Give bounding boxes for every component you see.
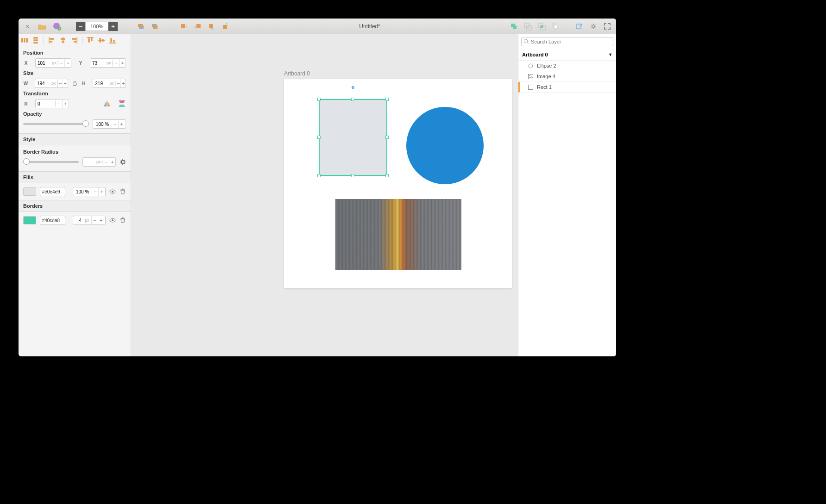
- rotation-handle[interactable]: [352, 86, 354, 89]
- layer-row-ellipse[interactable]: Ellipse 2: [518, 61, 616, 71]
- layer-row-image[interactable]: Image 4: [518, 71, 616, 82]
- fill-opacity-input[interactable]: [73, 189, 92, 194]
- bool-difference-button[interactable]: [550, 21, 561, 31]
- align-left-icon[interactable]: [49, 37, 55, 44]
- resize-handle-bm[interactable]: [351, 174, 354, 177]
- resize-handle-mr[interactable]: [385, 136, 389, 139]
- fill-swatch[interactable]: [23, 187, 36, 196]
- new-shape-button[interactable]: +: [52, 21, 62, 31]
- layer-search-input[interactable]: [531, 39, 611, 44]
- opacity-increment[interactable]: +: [118, 120, 125, 128]
- opacity-slider[interactable]: [23, 123, 89, 125]
- resize-handle-tm[interactable]: [351, 98, 354, 101]
- artboard[interactable]: [284, 79, 512, 288]
- arrange-icon-1[interactable]: [179, 21, 189, 31]
- resize-handle-br[interactable]: [385, 174, 389, 177]
- shape-rect-1[interactable]: [319, 99, 387, 176]
- w-increment[interactable]: +: [63, 79, 68, 87]
- radius-increment[interactable]: +: [109, 158, 115, 166]
- align-top-icon[interactable]: [87, 37, 94, 44]
- fill-hex[interactable]: #e0e4e9: [40, 187, 65, 196]
- opacity-decrement[interactable]: −: [112, 120, 118, 128]
- h-input-group[interactable]: px − +: [93, 79, 126, 88]
- opacity-input[interactable]: [93, 122, 112, 127]
- x-decrement[interactable]: −: [58, 59, 64, 67]
- flip-vertical-icon[interactable]: [118, 100, 126, 108]
- h-increment[interactable]: +: [120, 79, 126, 87]
- radius-settings-icon[interactable]: [120, 159, 126, 165]
- w-input-group[interactable]: px − +: [35, 79, 68, 88]
- bring-forward-button[interactable]: [150, 21, 160, 31]
- y-increment[interactable]: +: [119, 59, 126, 67]
- opacity-slider-knob[interactable]: [82, 120, 89, 127]
- open-folder-button[interactable]: [37, 21, 47, 31]
- artboard-label[interactable]: Artboard 0: [284, 70, 310, 77]
- layer-search[interactable]: [521, 37, 613, 46]
- fill-opacity-group[interactable]: − +: [73, 187, 106, 196]
- align-right-icon[interactable]: [71, 37, 77, 44]
- radius-slider[interactable]: [23, 161, 79, 163]
- fill-opacity-decrement[interactable]: −: [92, 187, 98, 196]
- resize-handle-ml[interactable]: [317, 136, 321, 139]
- zoom-in-button[interactable]: +: [108, 22, 118, 31]
- fill-delete-icon[interactable]: [120, 188, 126, 195]
- layer-artboard-header[interactable]: Artboard 0 ▼: [518, 49, 616, 61]
- h-input[interactable]: [93, 81, 108, 86]
- shape-image-4[interactable]: [335, 199, 461, 270]
- h-decrement[interactable]: −: [116, 79, 121, 87]
- radius-input[interactable]: [83, 160, 95, 165]
- y-input-group[interactable]: px − +: [90, 58, 126, 68]
- w-input[interactable]: [35, 81, 50, 86]
- opacity-input-group[interactable]: − +: [93, 119, 126, 129]
- resize-handle-tr[interactable]: [385, 98, 389, 101]
- resize-handle-bl[interactable]: [317, 174, 321, 177]
- border-width-input[interactable]: [73, 218, 83, 223]
- border-delete-icon[interactable]: [120, 217, 126, 224]
- zoom-out-button[interactable]: −: [76, 22, 85, 31]
- export-button[interactable]: [574, 21, 585, 31]
- flip-horizontal-icon[interactable]: [103, 100, 111, 108]
- bool-subtract-button[interactable]: [523, 21, 533, 31]
- border-width-increment[interactable]: +: [98, 216, 104, 224]
- fullscreen-button[interactable]: [602, 21, 612, 31]
- canvas[interactable]: Artboard 0: [131, 34, 518, 356]
- rotation-input-group[interactable]: ° − +: [35, 99, 69, 108]
- align-v-dist-icon[interactable]: [32, 37, 39, 44]
- fill-visibility-icon[interactable]: [109, 188, 116, 195]
- y-decrement[interactable]: −: [113, 59, 119, 67]
- align-h-dist-icon[interactable]: [21, 37, 28, 44]
- border-hex[interactable]: #40cda8: [40, 216, 65, 225]
- y-input[interactable]: [90, 61, 105, 66]
- rotation-input[interactable]: [36, 101, 50, 106]
- radius-slider-knob[interactable]: [23, 158, 30, 165]
- lock-aspect-icon[interactable]: [72, 80, 78, 87]
- send-backward-button[interactable]: [136, 21, 146, 31]
- zoom-value[interactable]: 100%: [85, 22, 108, 31]
- align-bottom-icon[interactable]: [109, 37, 116, 44]
- align-hcenter-icon[interactable]: [60, 37, 66, 44]
- align-vcenter-icon[interactable]: [98, 37, 105, 44]
- x-input[interactable]: [36, 61, 50, 66]
- bool-union-button[interactable]: [509, 21, 519, 31]
- settings-button[interactable]: [588, 21, 599, 31]
- bool-intersect-button[interactable]: [536, 21, 547, 31]
- x-input-group[interactable]: px − +: [35, 58, 71, 68]
- border-width-decrement[interactable]: −: [91, 216, 98, 224]
- x-increment[interactable]: +: [64, 59, 71, 67]
- border-swatch[interactable]: [23, 216, 36, 224]
- fill-opacity-increment[interactable]: +: [98, 187, 105, 196]
- w-decrement[interactable]: −: [57, 79, 63, 87]
- layer-row-rect[interactable]: Rect 1: [518, 82, 616, 93]
- shape-ellipse-2[interactable]: [406, 107, 484, 184]
- border-width-group[interactable]: px − +: [73, 216, 106, 225]
- rotation-increment[interactable]: +: [62, 100, 69, 108]
- resize-handle-tl[interactable]: [317, 98, 321, 101]
- rotation-decrement[interactable]: −: [56, 100, 62, 108]
- close-button[interactable]: ×: [22, 21, 32, 31]
- arrange-icon-2[interactable]: [193, 21, 203, 31]
- radius-input-group[interactable]: px − +: [82, 157, 116, 167]
- radius-decrement[interactable]: −: [103, 158, 109, 166]
- arrange-icon-4[interactable]: [221, 21, 231, 31]
- arrange-icon-3[interactable]: [207, 21, 217, 31]
- border-visibility-icon[interactable]: [109, 217, 116, 224]
